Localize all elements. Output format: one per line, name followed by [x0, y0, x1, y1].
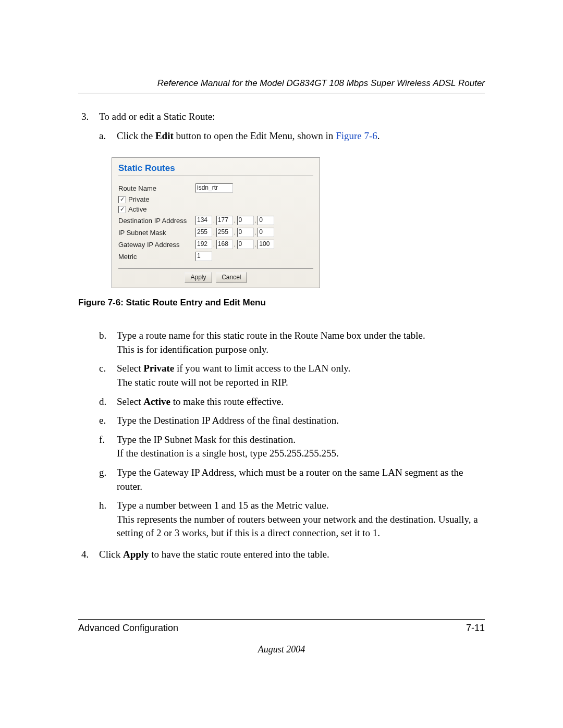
step-3b-l2: This is for identification purpose only. [117, 344, 268, 355]
step-3h-l1: Type a number between 1 and 15 as the Me… [117, 500, 329, 511]
row-active: ✓ Active [118, 205, 313, 213]
route-name-label: Route Name [118, 184, 195, 192]
step-3c: c. Select Private if you want to limit a… [99, 362, 485, 389]
static-routes-panel: Static Routes Route Name isdn_rtr ✓ Priv… [112, 157, 320, 288]
step-3h: h. Type a number between 1 and 15 as the… [99, 499, 485, 540]
panel-hr-bottom [118, 268, 313, 269]
step-3g: g. Type the Gateway IP Address, which mu… [99, 466, 485, 493]
step-4-pre: Click [99, 549, 123, 560]
step-4-number: 4. [81, 548, 89, 562]
step-3-text: To add or edit a Static Route: [99, 111, 215, 122]
active-checkbox[interactable]: ✓ [118, 206, 126, 213]
footer-section: Advanced Configuration [78, 623, 178, 634]
step-3a-post: . [377, 130, 380, 141]
step-3e: e. Type the Destination IP Address of th… [99, 414, 485, 428]
gateway-ip-label: Gateway IP Address [118, 241, 195, 249]
step-3a-pre: Click the [117, 130, 155, 141]
mask-2[interactable]: 255 [216, 228, 233, 237]
step-3c-pre: Select [117, 363, 143, 374]
gw-1[interactable]: 192 [195, 240, 212, 249]
mask-3[interactable]: 0 [237, 228, 254, 237]
running-head: Reference Manual for the Model DG834GT 1… [78, 78, 485, 89]
active-bold: Active [143, 396, 170, 407]
step-4-post: to have the static route entered into th… [149, 549, 329, 560]
step-4: 4. Click Apply to have the static route … [78, 548, 485, 562]
step-3a-mid: button to open the Edit Menu, shown in [174, 130, 336, 141]
step-3g-text: Type the Gateway IP Address, which must … [117, 467, 463, 492]
dest-ip-1[interactable]: 134 [195, 216, 212, 225]
subnet-mask-label: IP Subnet Mask [118, 229, 195, 237]
gw-3[interactable]: 0 [237, 240, 254, 249]
main-steps: 3. To add or edit a Static Route: a. Cli… [78, 110, 485, 143]
step-3c-post: if you want to limit access to the LAN o… [174, 363, 350, 374]
step-3h-letter: h. [99, 499, 106, 513]
step-3a: a. Click the Edit button to open the Edi… [99, 129, 485, 143]
figure-7-6-link[interactable]: Figure 7-6 [336, 130, 377, 141]
row-private: ✓ Private [118, 195, 313, 203]
active-label: Active [128, 205, 146, 213]
step-3-sub: a. Click the Edit button to open the Edi… [99, 129, 485, 143]
metric-label: Metric [118, 253, 195, 261]
row-gateway-ip: Gateway IP Address 192. 168. 0. 100 [118, 240, 313, 249]
figure-caption: Figure 7-6: Static Route Entry and Edit … [78, 298, 485, 308]
dest-ip-4[interactable]: 0 [258, 216, 274, 225]
step-3d: d. Select Active to make this route effe… [99, 395, 485, 409]
footer-date: August 2004 [78, 644, 485, 655]
step-3g-letter: g. [99, 466, 106, 480]
header-rule [78, 93, 485, 93]
step-3e-text: Type the Destination IP Address of the f… [117, 415, 339, 426]
step-3f-letter: f. [99, 433, 105, 447]
dest-ip-label: Destination IP Address [118, 217, 195, 225]
row-subnet-mask: IP Subnet Mask 255. 255. 0. 0 [118, 228, 313, 237]
metric-input[interactable]: 1 [195, 252, 212, 261]
route-name-input[interactable]: isdn_rtr [195, 183, 233, 193]
step-3c-l2: The static route will not be reported in… [117, 377, 288, 388]
row-metric: Metric 1 [118, 252, 313, 261]
step-3d-post: to make this route effective. [170, 396, 284, 407]
step-3b-letter: b. [99, 329, 106, 343]
step-3d-letter: d. [99, 395, 106, 409]
step-3b-l1: Type a route name for this static route … [117, 330, 425, 341]
main-steps-continued: b. Type a route name for this static rou… [78, 329, 485, 561]
apply-bold: Apply [123, 549, 149, 560]
panel-buttons: Apply Cancel [118, 272, 313, 282]
footer-row: Advanced Configuration 7-11 [78, 623, 485, 634]
step-3b: b. Type a route name for this static rou… [99, 329, 485, 356]
apply-button[interactable]: Apply [185, 272, 212, 282]
page: Reference Manual for the Model DG834GT 1… [0, 0, 563, 697]
edit-bold: Edit [155, 130, 174, 141]
step-3d-pre: Select [117, 396, 143, 407]
footer-page: 7-11 [466, 623, 485, 634]
step-3-sub-continued: b. Type a route name for this static rou… [78, 329, 485, 540]
dest-ip-3[interactable]: 0 [237, 216, 254, 225]
step-3: 3. To add or edit a Static Route: a. Cli… [78, 110, 485, 143]
private-label: Private [128, 195, 149, 203]
step-3c-letter: c. [99, 362, 106, 376]
row-route-name: Route Name isdn_rtr [118, 183, 313, 193]
alpha-continued: b. Type a route name for this static rou… [99, 329, 485, 540]
panel-title: Static Routes [118, 163, 313, 174]
private-checkbox[interactable]: ✓ [118, 196, 126, 203]
panel-hr-top [118, 176, 313, 176]
gw-4[interactable]: 100 [258, 240, 274, 249]
mask-1[interactable]: 255 [195, 228, 212, 237]
gw-2[interactable]: 168 [216, 240, 233, 249]
private-bold: Private [143, 363, 174, 374]
step-3f-l2: If the destination is a single host, typ… [117, 448, 339, 459]
step-3e-letter: e. [99, 414, 106, 428]
step-3a-letter: a. [99, 129, 106, 143]
row-dest-ip: Destination IP Address 134. 177. 0. 0 [118, 216, 313, 225]
mask-4[interactable]: 0 [258, 228, 274, 237]
cancel-button[interactable]: Cancel [216, 272, 247, 282]
step-3f: f. Type the IP Subnet Mask for this dest… [99, 433, 485, 461]
step-3f-l1: Type the IP Subnet Mask for this destina… [117, 434, 296, 445]
step-3h-l2: This represents the number of routers be… [117, 514, 478, 539]
step-3-number: 3. [81, 110, 89, 124]
footer-rule [78, 619, 485, 620]
dest-ip-2[interactable]: 177 [216, 216, 233, 225]
